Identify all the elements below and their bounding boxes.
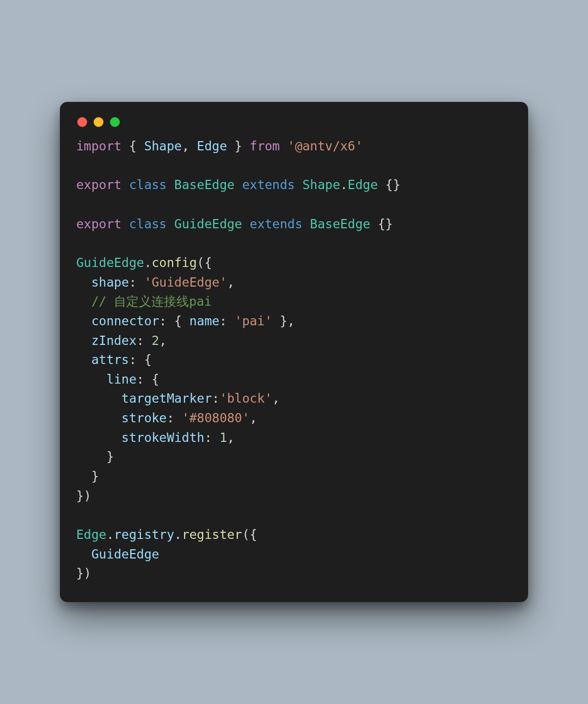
minimize-icon[interactable] bbox=[94, 117, 103, 127]
keyword-from: from bbox=[250, 139, 280, 153]
class-edge: Edge bbox=[348, 178, 378, 192]
string-guideedge: 'GuideEdge' bbox=[144, 275, 227, 289]
code-window: import { Shape, Edge } from '@antv/x6' e… bbox=[60, 102, 528, 602]
method-register: register bbox=[182, 527, 242, 542]
prop-line: line bbox=[106, 372, 136, 386]
prop-zindex: zIndex bbox=[91, 333, 137, 348]
prop-attrs: attrs bbox=[91, 353, 129, 367]
class-shape: Shape bbox=[303, 178, 340, 192]
keyword-extends: extends bbox=[250, 217, 303, 231]
prop-registry: registry bbox=[114, 527, 174, 542]
string-package: '@antv/x6' bbox=[287, 139, 363, 153]
class-guideedge: GuideEdge bbox=[76, 256, 144, 270]
ident-guideedge: GuideEdge bbox=[91, 547, 160, 561]
class-baseedge: BaseEdge bbox=[310, 217, 370, 231]
prop-shape: shape bbox=[91, 275, 129, 289]
keyword-class: class bbox=[129, 178, 167, 192]
ident-edge: Edge bbox=[197, 139, 227, 153]
prop-targetmarker: targetMarker bbox=[121, 391, 212, 405]
keyword-export: export bbox=[76, 217, 121, 231]
number-2: 2 bbox=[152, 333, 160, 348]
stage: import { Shape, Edge } from '@antv/x6' e… bbox=[0, 0, 588, 704]
keyword-class: class bbox=[129, 217, 167, 231]
class-baseedge: BaseEdge bbox=[174, 178, 235, 192]
keyword-export: export bbox=[76, 178, 121, 192]
string-pai: 'pai' bbox=[235, 314, 272, 328]
prop-stroke: stroke bbox=[121, 411, 167, 425]
prop-name: name bbox=[189, 314, 219, 328]
prop-strokewidth: strokeWidth bbox=[121, 430, 204, 445]
keyword-import: import bbox=[76, 139, 121, 153]
method-config: config bbox=[151, 256, 197, 270]
class-edge: Edge bbox=[76, 527, 106, 542]
string-stroke: '#808080' bbox=[182, 411, 250, 425]
close-icon[interactable] bbox=[77, 117, 87, 127]
window-traffic-lights bbox=[76, 116, 512, 137]
code-block: import { Shape, Edge } from '@antv/x6' e… bbox=[76, 137, 512, 584]
number-1: 1 bbox=[219, 430, 227, 445]
zoom-icon[interactable] bbox=[110, 117, 120, 127]
keyword-extends: extends bbox=[242, 178, 295, 192]
prop-connector: connector bbox=[91, 314, 160, 328]
comment: // 自定义连接线pai bbox=[91, 294, 212, 308]
ident-shape: Shape bbox=[144, 139, 182, 153]
class-guideedge: GuideEdge bbox=[174, 217, 242, 231]
string-block: 'block' bbox=[219, 391, 272, 405]
